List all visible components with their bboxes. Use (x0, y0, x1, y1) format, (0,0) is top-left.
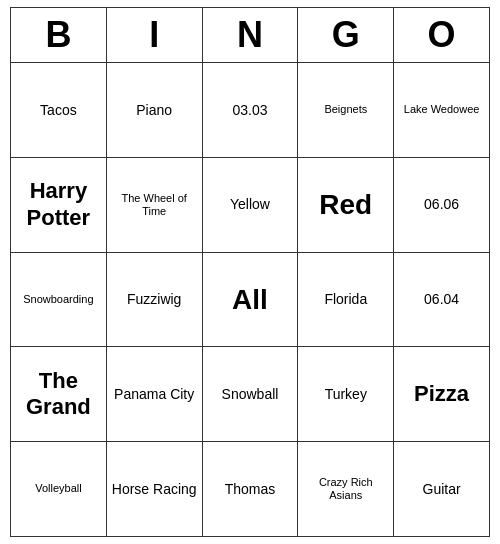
bingo-cell: Red (298, 158, 394, 253)
bingo-cell: Beignets (298, 63, 394, 158)
bingo-cell: All (203, 253, 299, 348)
bingo-cell: Florida (298, 253, 394, 348)
bingo-cell: Tacos (10, 63, 107, 158)
cell-content: Lake Wedowee (404, 103, 480, 116)
bingo-cell: 06.04 (394, 253, 490, 348)
bingo-row: SnowboardingFuzziwigAllFlorida06.04 (10, 253, 490, 348)
cell-content: Tacos (40, 102, 77, 119)
bingo-cell: Snowball (203, 347, 299, 442)
cell-content: Guitar (423, 481, 461, 498)
bingo-row: TacosPiano03.03BeignetsLake Wedowee (10, 63, 490, 158)
bingo-cell: Snowboarding (10, 253, 107, 348)
bingo-row: VolleyballHorse RacingThomasCrazy Rich A… (10, 442, 490, 537)
cell-content: Yellow (230, 196, 270, 213)
bingo-cell: Thomas (203, 442, 299, 537)
header-letter: N (203, 7, 299, 63)
cell-content: 06.06 (424, 196, 459, 213)
bingo-cell: Horse Racing (107, 442, 203, 537)
cell-content: Thomas (225, 481, 276, 498)
bingo-card: BINGO TacosPiano03.03BeignetsLake Wedowe… (10, 7, 490, 537)
header-letter: B (10, 7, 107, 63)
cell-content: Red (319, 188, 372, 222)
cell-content: Snowball (222, 386, 279, 403)
bingo-header: BINGO (10, 7, 490, 63)
bingo-cell: Turkey (298, 347, 394, 442)
bingo-cell: 06.06 (394, 158, 490, 253)
bingo-cell: Harry Potter (10, 158, 107, 253)
cell-content: 03.03 (232, 102, 267, 119)
bingo-cell: The Grand (10, 347, 107, 442)
cell-content: Horse Racing (112, 481, 197, 498)
bingo-cell: The Wheel of Time (107, 158, 203, 253)
bingo-cell: Pizza (394, 347, 490, 442)
bingo-row: The GrandPanama CitySnowballTurkeyPizza (10, 347, 490, 442)
bingo-cell: Yellow (203, 158, 299, 253)
cell-content: Pizza (414, 381, 469, 407)
bingo-row: Harry PotterThe Wheel of TimeYellowRed06… (10, 158, 490, 253)
bingo-cell: Guitar (394, 442, 490, 537)
cell-content: The Wheel of Time (111, 192, 198, 218)
cell-content: Panama City (114, 386, 194, 403)
cell-content: Harry Potter (15, 178, 102, 231)
bingo-grid: TacosPiano03.03BeignetsLake WedoweeHarry… (10, 63, 490, 537)
header-letter: O (394, 7, 490, 63)
header-letter: I (107, 7, 203, 63)
cell-content: Volleyball (35, 482, 81, 495)
cell-content: Florida (324, 291, 367, 308)
cell-content: Piano (136, 102, 172, 119)
cell-content: Crazy Rich Asians (302, 476, 389, 502)
cell-content: The Grand (15, 368, 102, 421)
bingo-cell: Crazy Rich Asians (298, 442, 394, 537)
bingo-cell: Panama City (107, 347, 203, 442)
bingo-cell: Lake Wedowee (394, 63, 490, 158)
bingo-cell: Volleyball (10, 442, 107, 537)
cell-content: Snowboarding (23, 293, 93, 306)
cell-content: Beignets (324, 103, 367, 116)
cell-content: Turkey (325, 386, 367, 403)
header-letter: G (298, 7, 394, 63)
cell-content: Fuzziwig (127, 291, 181, 308)
bingo-cell: 03.03 (203, 63, 299, 158)
bingo-cell: Piano (107, 63, 203, 158)
cell-content: 06.04 (424, 291, 459, 308)
cell-content: All (232, 283, 268, 317)
bingo-cell: Fuzziwig (107, 253, 203, 348)
